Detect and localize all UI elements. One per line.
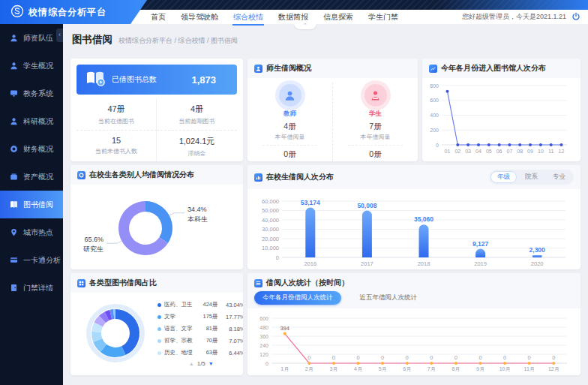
pager-up-icon[interactable]: ▲ xyxy=(189,361,194,366)
svg-text:35,060: 35,060 xyxy=(414,215,434,223)
sidebar-item-person-学生概况[interactable]: 学生概况 xyxy=(0,52,63,80)
nav-item-5[interactable]: 信息探索 xyxy=(322,11,354,24)
nav-item-1[interactable]: 首页 xyxy=(150,11,166,24)
svg-text:9,127: 9,127 xyxy=(472,240,489,248)
svg-text:0: 0 xyxy=(454,354,458,361)
line-chart-icon xyxy=(429,65,437,73)
svg-text:0: 0 xyxy=(406,354,409,361)
time-stats-button-1[interactable]: 今年各月份借阅人次统计 xyxy=(254,291,341,305)
legend-count: 63册 xyxy=(196,349,218,356)
student-borrow-head: 在校生借阅人次分布 年级院系专业 xyxy=(248,165,580,189)
svg-text:01: 01 xyxy=(445,149,451,154)
borrowed-total-value: 1,873 xyxy=(191,74,216,86)
page-header: 图书借阅 校情综合分析平台 / 综合校情 / 图书借阅 xyxy=(72,33,580,50)
svg-text:0: 0 xyxy=(266,361,268,366)
ts-label: 本月借阅量 xyxy=(248,161,332,161)
legend-row-3[interactable]: 语言、文字81册8.18% xyxy=(158,323,243,335)
svg-text:0: 0 xyxy=(436,143,439,148)
per-capita-chart: 34.4%本科生65.6%研究生 xyxy=(70,185,243,269)
box-icon xyxy=(10,173,18,181)
sidebar-item-card-一卡通分析[interactable]: 一卡通分析 xyxy=(0,246,63,274)
legend-count: 81册 xyxy=(196,325,218,332)
legend-name: 历史、地理 xyxy=(164,349,193,356)
stat-label: 当前未借书人数 xyxy=(80,147,153,155)
sidebar-item-monitor-教务系统[interactable]: 教务系统 xyxy=(0,80,63,107)
teacher-student-head: 师生借阅概况 xyxy=(248,59,418,78)
legend-pct: 43.04% xyxy=(221,302,244,308)
svg-text:09: 09 xyxy=(527,149,533,154)
tab-3[interactable]: 专业 xyxy=(546,171,572,183)
sidebar-collapse-icon[interactable]: ‹ xyxy=(56,29,63,42)
time-stats-button-2[interactable]: 近五年借阅人次统计 xyxy=(352,291,426,305)
time-stats-title: 借阅人次统计（按时间） xyxy=(266,278,349,288)
svg-text:2018: 2018 xyxy=(418,260,430,267)
nav-item-4[interactable]: 数据简报 xyxy=(278,11,309,24)
student-borrow-tabs: 年级院系专业 xyxy=(489,170,574,185)
svg-text:600: 600 xyxy=(260,316,268,321)
header-corner-decoration xyxy=(438,0,588,10)
card-borrow-summary: 已借图书总数 1,873 47册当前在借图书4册当前超期图书15当前未借书人数1… xyxy=(70,59,243,161)
sidebar-item-label: 学生概况 xyxy=(23,61,53,71)
ts-label: 本年借阅量 xyxy=(333,133,418,141)
sidebar-item-label: 城市热点 xyxy=(23,227,53,238)
ts-value: 0册 xyxy=(333,149,418,160)
nav-item-2[interactable]: 领导驾驶舱 xyxy=(180,11,219,24)
svg-text:480: 480 xyxy=(260,325,268,330)
person-icon xyxy=(10,62,18,70)
sidebar-item-person-科研概况[interactable]: 科研概况 xyxy=(0,107,63,135)
svg-text:1月: 1月 xyxy=(280,366,289,372)
summary-stat-2: 4册当前超期图书 xyxy=(157,98,237,131)
svg-text:10: 10 xyxy=(538,149,544,154)
sidebar-item-label: 教务系统 xyxy=(23,89,53,99)
card-monthly-entry: 今年各月份进入图书馆人次分布 0200400600800010203040506… xyxy=(422,59,580,161)
book-type-pager: ▲ 1/5 ▼ xyxy=(158,360,243,367)
borrowed-total-banner[interactable]: 已借图书总数 1,873 xyxy=(76,65,237,95)
logout-power-icon[interactable] xyxy=(572,12,580,23)
svg-text:2016: 2016 xyxy=(304,260,316,267)
card-teacher-student: 师生借阅概况 教师4册本年借阅量0册本月借阅量学生7册本年借阅量0册本月借阅量 xyxy=(248,59,418,161)
tab-2[interactable]: 院系 xyxy=(518,171,544,183)
svg-text:0: 0 xyxy=(430,354,433,361)
nav-item-6[interactable]: 学生门禁 xyxy=(368,11,399,24)
sidebar-item-door-门禁详情[interactable]: 门禁详情 xyxy=(0,274,63,302)
nav-collapse-handle[interactable]: ⌃ xyxy=(294,23,316,29)
pager-down-icon[interactable]: ▼ xyxy=(208,361,214,366)
legend-count: 175册 xyxy=(196,313,218,320)
book-type-title: 各类型图书借阅占比 xyxy=(89,278,157,288)
legend-dot xyxy=(158,315,161,319)
stat-value: 15 xyxy=(80,136,153,145)
legend-row-2[interactable]: 文学175册17.77% xyxy=(158,311,243,323)
svg-text:0: 0 xyxy=(503,354,506,361)
svg-text:11: 11 xyxy=(548,149,554,154)
monthly-entry-title: 今年各月份进入图书馆人次分布 xyxy=(441,63,546,74)
per-capita-title: 在校生各类别人均借阅情况分布 xyxy=(89,170,194,180)
svg-text:2017: 2017 xyxy=(361,260,374,267)
legend-pct: 8.18% xyxy=(221,326,244,332)
legend-row-4[interactable]: 哲学、宗教70册7.07% xyxy=(158,335,243,347)
svg-text:50,008: 50,008 xyxy=(357,202,376,209)
svg-text:800: 800 xyxy=(430,83,439,89)
svg-text:2019: 2019 xyxy=(474,260,487,267)
page-title: 图书借阅 xyxy=(72,33,112,47)
monthly-entry-chart: 0200400600800010203040506070809101112 xyxy=(422,78,580,157)
sidebar-item-label: 师资队伍 xyxy=(23,33,53,44)
svg-text:0: 0 xyxy=(276,254,279,261)
legend-row-5[interactable]: 历史、地理63册6.44% xyxy=(158,347,243,359)
platform-logo[interactable]: 校情综合分析平台 xyxy=(0,0,147,24)
tab-1[interactable]: 年级 xyxy=(490,171,517,183)
nav-item-3[interactable]: 综合校情 xyxy=(232,11,264,24)
legend-row-1[interactable]: 医药、卫生424册43.04% xyxy=(158,299,243,311)
svg-text:2月: 2月 xyxy=(305,366,314,372)
legend-name: 文学 xyxy=(164,313,193,320)
book-type-legend: 医药、卫生424册43.04%文学175册17.77%语言、文字81册8.18%… xyxy=(158,294,243,367)
svg-text:60,000: 60,000 xyxy=(262,198,279,205)
ts-value: 4册 xyxy=(248,122,332,132)
sidebar-item-box-资产概况[interactable]: 资产概况 xyxy=(0,163,63,191)
sidebar-item-book-图书借阅[interactable]: 图书借阅 xyxy=(0,191,63,218)
sidebar-item-coin-财务概况[interactable]: 财务概况 xyxy=(0,135,63,163)
time-stats-buttons: 今年各月份借阅人次统计近五年借阅人次统计 xyxy=(248,291,580,308)
sidebar-item-person-师资队伍[interactable]: 师资队伍 xyxy=(0,24,63,52)
person-icon xyxy=(10,34,18,42)
svg-text:05: 05 xyxy=(486,149,492,154)
sidebar-item-pin-城市热点[interactable]: 城市热点 xyxy=(0,218,63,246)
